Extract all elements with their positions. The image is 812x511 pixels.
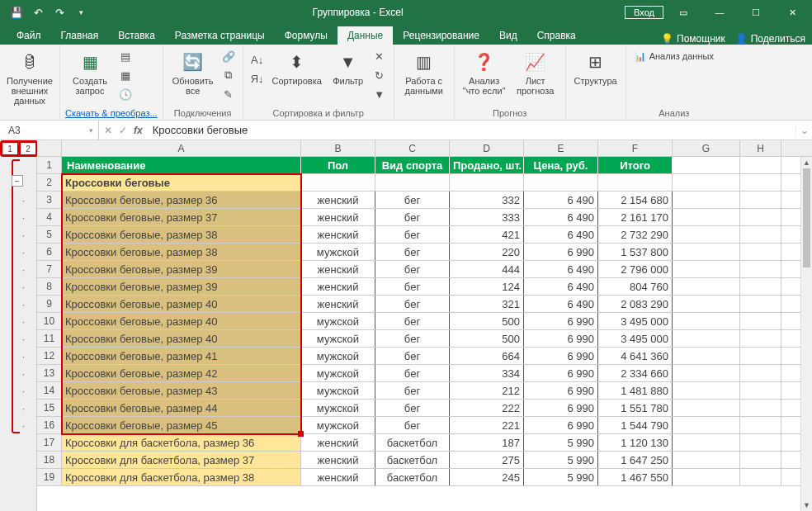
row-header[interactable]: 6 [37,244,62,260]
outline-level-1[interactable]: 1 [1,141,19,156]
cell[interactable]: 212 [450,382,524,399]
cell[interactable] [598,174,673,191]
share-button[interactable]: 👤Поделиться [735,33,805,45]
cell[interactable]: Кроссовки беговые [62,174,301,191]
cell[interactable] [673,278,740,295]
cell[interactable]: 6 990 [524,382,598,399]
row-header[interactable]: 3 [37,192,62,208]
recent-sources-icon[interactable]: 🕓 [116,86,135,102]
edit-links-icon[interactable]: ✎ [220,86,238,102]
cell[interactable] [740,174,781,191]
row-header[interactable]: 7 [37,261,62,277]
refresh-all-button[interactable]: 🔄 Обновить все [168,48,218,96]
cell[interactable] [673,400,740,416]
sort-button[interactable]: ⬍ Сортировка [268,48,326,86]
insert-function-icon[interactable]: fx [134,125,143,136]
cell[interactable]: 1 481 880 [598,382,673,399]
cell[interactable] [673,452,740,468]
data-analysis-button[interactable]: 📊 Анализ данных [631,48,717,64]
cell[interactable]: 245 [450,469,524,485]
cell[interactable]: Кроссовки беговые, размер 42 [62,365,301,381]
cell[interactable]: Кроссовки для баскетбола, размер 36 [62,434,301,451]
row-header[interactable]: 15 [37,400,62,416]
cell[interactable]: женский [301,296,375,312]
cell[interactable]: Кроссовки беговые, размер 40 [62,330,301,347]
row-header[interactable]: 8 [37,278,62,295]
cell[interactable]: 664 [450,348,524,364]
cell[interactable]: 2 334 660 [598,365,673,381]
cell[interactable]: 1 647 250 [598,452,673,468]
col-header-D[interactable]: D [450,140,524,156]
cell[interactable]: 2 796 000 [598,261,673,277]
cell[interactable]: женский [301,226,375,243]
col-header-A[interactable]: A [62,140,301,156]
cell[interactable] [740,452,781,468]
cell[interactable] [740,244,781,260]
row-header[interactable]: 16 [37,417,62,433]
cell[interactable] [740,434,781,451]
tab-layout[interactable]: Разметка страницы [165,26,275,45]
cell[interactable]: Наименование [62,157,301,173]
cell[interactable]: баскетбол [375,469,450,485]
sort-za-icon[interactable]: Я↓ [248,70,267,87]
cell[interactable]: 321 [450,296,524,312]
cell[interactable]: 2 083 290 [598,296,673,312]
cell[interactable]: бег [375,209,450,225]
cell[interactable] [740,226,781,243]
cell[interactable]: бег [375,400,450,416]
cell[interactable]: Кроссовки беговые, размер 37 [62,209,301,225]
cell[interactable]: 1 551 780 [598,400,673,416]
show-queries-icon[interactable]: ▤ [116,48,135,64]
cell[interactable]: Кроссовки беговые, размер 38 [62,226,301,243]
tab-view[interactable]: Вид [489,26,527,45]
cell[interactable]: 6 990 [524,348,598,364]
spreadsheet-grid[interactable]: A B C D E F G H 1НаименованиеПолВид спор… [37,140,812,511]
sort-az-icon[interactable]: A↓ [248,51,267,68]
cell[interactable]: Цена, руб. [524,157,598,173]
cell[interactable]: 3 495 000 [598,330,673,347]
what-if-button[interactable]: ❓ Анализ "что если" [460,48,509,96]
clear-filter-icon[interactable]: ✕ [371,48,389,64]
cell[interactable] [673,330,740,347]
cell[interactable]: Кроссовки для баскетбола, размер 38 [62,469,301,485]
cell[interactable]: 6 990 [524,313,598,329]
outline-level-2[interactable]: 2 [19,141,37,156]
row-header[interactable]: 17 [37,434,62,451]
cell[interactable]: 444 [450,261,524,277]
formula-input[interactable] [148,124,795,136]
cell[interactable]: 500 [450,313,524,329]
row-header[interactable]: 18 [37,452,62,468]
cell[interactable]: 1 120 130 [598,434,673,451]
cell[interactable]: 1 467 550 [598,469,673,485]
cell[interactable]: 6 490 [524,209,598,225]
cell[interactable]: 3 495 000 [598,313,673,329]
cell[interactable]: мужской [301,400,375,416]
cell[interactable]: мужской [301,348,375,364]
cell[interactable]: 6 990 [524,244,598,260]
cell[interactable]: бег [375,313,450,329]
row-header[interactable]: 2 [37,174,62,191]
cell[interactable]: 2 732 290 [598,226,673,243]
outline-button[interactable]: ⊞ Структура [571,48,621,86]
cell[interactable]: Пол [301,157,375,173]
qat-more-icon[interactable]: ▾ [71,2,91,22]
cell[interactable] [673,296,740,312]
cell[interactable] [740,261,781,277]
cell[interactable] [450,174,524,191]
tab-insert[interactable]: Вставка [108,26,165,45]
cell[interactable]: женский [301,192,375,208]
minimize-icon[interactable]: — [703,0,736,25]
cell[interactable]: Кроссовки беговые, размер 43 [62,382,301,399]
cell[interactable] [301,174,375,191]
cell[interactable]: Кроссовки беговые, размер 41 [62,348,301,364]
col-header-G[interactable]: G [673,140,740,156]
properties-icon[interactable]: ⧉ [220,67,238,83]
cell[interactable]: 333 [450,209,524,225]
cell[interactable]: 2 154 680 [598,192,673,208]
row-header[interactable]: 13 [37,365,62,381]
data-tools-button[interactable]: ▥ Работа с данными [399,48,449,96]
cell[interactable]: 1 544 790 [598,417,673,433]
cell[interactable]: 5 990 [524,434,598,451]
cell[interactable]: Итого [598,157,673,173]
outline-collapse-button[interactable]: − [12,175,23,187]
